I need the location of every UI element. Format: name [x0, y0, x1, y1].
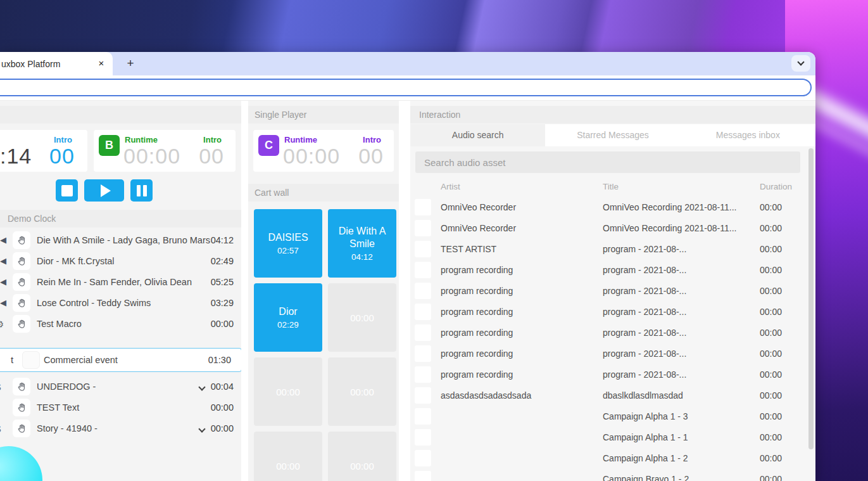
- list-item[interactable]: tTEST Text00:00: [0, 397, 241, 418]
- audio-search-input[interactable]: [415, 151, 800, 173]
- browser-tab[interactable]: uxbox Platform ×: [0, 52, 113, 75]
- table-row[interactable]: asdasdasdsadasdsadadbaslkdlasdlmasdad00:…: [410, 385, 815, 406]
- app-content: Runtime :14 Intro 00 B Runtime 00:00 Int…: [0, 101, 815, 481]
- cell-title: Campaign Bravo 1 - 2: [603, 469, 689, 481]
- cell-duration: 00:00: [760, 281, 782, 302]
- cart-card[interactable]: Dior02:29: [254, 283, 322, 352]
- table-row[interactable]: Campaign Alpha 1 - 200:00: [410, 448, 815, 469]
- tab-starred-messages[interactable]: Starred Messages: [545, 124, 680, 146]
- speaker-icon: ◀: [0, 235, 6, 245]
- table-row[interactable]: OmniVeo RecorderOmniVeo Recording 2021-0…: [410, 218, 815, 239]
- chevron-down-icon[interactable]: [198, 383, 205, 390]
- row-checkbox[interactable]: [415, 262, 431, 278]
- tab-title: uxbox Platform: [1, 59, 60, 69]
- transport-controls: [56, 179, 153, 202]
- row-checkbox[interactable]: [415, 241, 431, 257]
- cart-duration: 02:57: [277, 246, 299, 255]
- close-tab-icon[interactable]: ×: [95, 57, 108, 70]
- table-row[interactable]: program recordingprogram - 2021-08-...00…: [410, 364, 815, 385]
- stop-icon: [61, 185, 73, 196]
- table-row[interactable]: program recordingprogram - 2021-08-...00…: [410, 260, 815, 281]
- cell-title: program - 2021-08-...: [603, 260, 686, 281]
- tab-menu-button[interactable]: [791, 55, 810, 72]
- cart-card[interactable]: 00:00: [328, 283, 396, 352]
- cart-card[interactable]: Die With A Smile04:12: [328, 209, 396, 278]
- cell-artist: program recording: [441, 260, 513, 281]
- cart-label: Dior: [279, 305, 297, 318]
- hand-icon[interactable]: [13, 231, 30, 249]
- pause-button[interactable]: [130, 179, 153, 202]
- cell-duration: 00:00: [760, 302, 782, 323]
- table-row[interactable]: Campaign Alpha 1 - 100:00: [410, 427, 815, 448]
- list-item[interactable]: ◀Dior - MK ft.Crystal02:49: [0, 251, 241, 272]
- tab-audio-search[interactable]: Audio search: [410, 124, 545, 146]
- interaction-tabs: Audio searchStarred MessagesMessages inb…: [410, 124, 815, 146]
- cell-artist: program recording: [441, 364, 513, 385]
- column-title: Title: [603, 182, 619, 191]
- cart-duration: 00:00: [350, 312, 374, 323]
- cart-label: DAISIES: [268, 231, 308, 244]
- cell-title: OmniVeo Recording 2021-08-11...: [603, 218, 736, 239]
- hand-icon[interactable]: [13, 399, 30, 416]
- row-checkbox[interactable]: [415, 199, 431, 215]
- stop-button[interactable]: [56, 179, 78, 202]
- table-row[interactable]: Campaign Bravo 1 - 200:00: [410, 469, 815, 481]
- single-player-header: Single Player: [248, 106, 399, 124]
- event-title: Commercial event: [44, 349, 118, 371]
- list-item[interactable]: ◀Lose Control - Teddy Swims03:29: [0, 293, 241, 314]
- table-row[interactable]: program recordingprogram - 2021-08-...00…: [410, 343, 815, 364]
- table-row[interactable]: program recordingprogram - 2021-08-...00…: [410, 281, 815, 302]
- cart-card[interactable]: 00:00: [328, 432, 396, 481]
- cart-duration: 00:00: [276, 461, 300, 471]
- table-row[interactable]: TEST ARTISTprogram - 2021-08-...00:00: [410, 239, 815, 260]
- cart-card[interactable]: 00:00: [254, 432, 322, 481]
- cart-card[interactable]: DAISIES02:57: [254, 209, 322, 278]
- track-duration: 04:12: [211, 230, 234, 251]
- player-b-intro-value: 00: [199, 144, 224, 168]
- cell-artist: OmniVeo Recorder: [441, 197, 516, 218]
- cart-card[interactable]: 00:00: [328, 357, 396, 426]
- list-item[interactable]: $UNDERDOG -00:04: [0, 376, 241, 397]
- row-checkbox[interactable]: [415, 345, 431, 362]
- table-row[interactable]: program recordingprogram - 2021-08-...00…: [410, 302, 815, 323]
- cart-card[interactable]: 00:00: [254, 357, 322, 426]
- list-item[interactable]: ⚙Test Macro00:00: [0, 314, 241, 335]
- row-checkbox[interactable]: [415, 471, 431, 481]
- table-row[interactable]: Campaign Alpha 1 - 300:00: [410, 406, 815, 427]
- hand-icon[interactable]: [13, 252, 30, 270]
- row-checkbox[interactable]: [415, 408, 431, 425]
- new-tab-button[interactable]: +: [122, 55, 139, 72]
- chevron-down-icon[interactable]: [198, 425, 205, 432]
- cell-artist: program recording: [441, 281, 513, 302]
- row-checkbox[interactable]: [415, 283, 431, 299]
- row-checkbox[interactable]: [415, 429, 431, 446]
- hand-icon[interactable]: [13, 420, 30, 437]
- interaction-panel: Interaction Audio searchStarred Messages…: [410, 101, 815, 481]
- play-button[interactable]: [84, 179, 124, 202]
- row-checkbox[interactable]: [415, 304, 431, 320]
- scrollbar-thumb[interactable]: [808, 148, 814, 449]
- hand-icon[interactable]: [13, 294, 30, 312]
- table-row[interactable]: program recordingprogram - 2021-08-...00…: [410, 323, 815, 343]
- commercial-event-row[interactable]: t Commercial event 01:30: [0, 348, 241, 372]
- cell-duration: 00:00: [760, 218, 782, 239]
- list-item[interactable]: $Story - 41940 -00:00: [0, 418, 241, 439]
- list-item[interactable]: ◀Die With A Smile - Lady Gaga, Bruno Mar…: [0, 230, 241, 251]
- address-bar[interactable]: [0, 79, 812, 96]
- row-checkbox[interactable]: [415, 324, 431, 341]
- table-row[interactable]: OmniVeo RecorderOmniVeo Recording 2021-0…: [410, 197, 815, 218]
- list-item[interactable]: ◀Rein Me In - Sam Fender, Olivia Dean05:…: [0, 272, 241, 293]
- row-checkbox[interactable]: [415, 450, 431, 466]
- row-checkbox[interactable]: [415, 220, 431, 236]
- row-checkbox[interactable]: [415, 387, 431, 404]
- player-b-card: B Runtime 00:00 Intro 00: [94, 130, 236, 172]
- tab-messages-inbox[interactable]: Messages inbox: [681, 124, 815, 146]
- row-checkbox[interactable]: [415, 366, 431, 383]
- cell-title: program - 2021-08-...: [603, 302, 686, 323]
- cart-duration: 00:00: [350, 387, 374, 397]
- player-c-runtime-label: Runtime: [284, 135, 317, 144]
- track-title: Dior - MK ft.Crystal: [37, 251, 114, 272]
- hand-icon[interactable]: [13, 378, 30, 395]
- hand-icon[interactable]: [13, 273, 30, 291]
- hand-icon[interactable]: [13, 315, 30, 333]
